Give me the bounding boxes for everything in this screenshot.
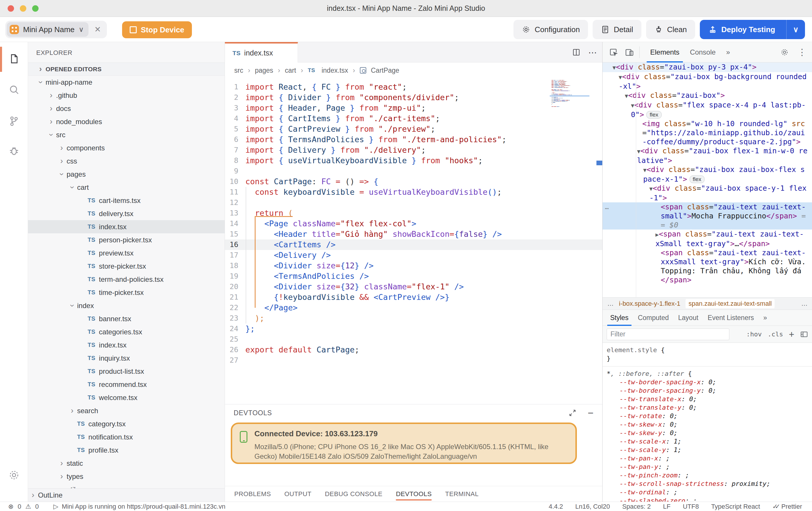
code-line-7[interactable]: 7import { Delivery } from "./delivery"; — [225, 145, 506, 155]
stop-device-button[interactable]: Stop Device — [122, 21, 192, 38]
tree-item-welcome.tsx[interactable]: ›TSwelcome.tsx — [28, 391, 225, 404]
breadcrumb-pages[interactable]: pages — [255, 67, 273, 74]
devtools-settings-icon[interactable] — [780, 48, 789, 57]
explorer-view-button[interactable] — [0, 47, 28, 72]
tree-item-index[interactable]: ›index — [28, 299, 225, 312]
tree-item-.github[interactable]: ›.github — [28, 89, 225, 102]
breadcrumb-cart[interactable]: cart — [285, 67, 296, 74]
dom-node-7[interactable]: ▼<div class="zaui-box space-y-1 flex-1"> — [603, 184, 812, 202]
tree-item-recommend.tsx[interactable]: ›TSrecommend.tsx — [28, 378, 225, 391]
tree-item-delivery.tsx[interactable]: ›TSdelivery.tsx — [28, 207, 225, 220]
dom-node-9[interactable]: ▶<span class="zaui-text zaui-text-xSmall… — [603, 230, 812, 248]
code-line-12[interactable]: 12 — [225, 198, 506, 208]
deploy-testing-button[interactable]: Deploy Testing ∨ — [700, 20, 805, 39]
debug-view-button[interactable] — [0, 139, 28, 163]
tree-item-store-picker.tsx[interactable]: ›TSstore-picker.tsx — [28, 260, 225, 273]
tree-item-category.tsx[interactable]: ›TScategory.tsx — [28, 417, 225, 430]
language-mode[interactable]: TypeScript React — [711, 503, 760, 510]
css-property---tw-scroll-snap-strictness[interactable]: --tw-scroll-snap-strictness: proximity; — [607, 479, 812, 488]
tree-item-pages[interactable]: ›pages — [28, 168, 225, 181]
device-toolbar-icon[interactable] — [625, 48, 634, 57]
tab-index-tsx[interactable]: TS index.tsx — [225, 42, 298, 62]
tree-item-src[interactable]: ›src — [28, 128, 225, 141]
panel-tab-debug-console[interactable]: DEBUG CONSOLE — [325, 486, 382, 502]
source-control-view-button[interactable] — [0, 109, 28, 134]
crumb-overflow[interactable]: … — [801, 300, 808, 307]
indentation[interactable]: Spaces: 2 — [622, 503, 651, 510]
code-editor[interactable]: 1import React, { FC } from "react";2impo… — [225, 78, 602, 404]
tree-item-types[interactable]: ›types — [28, 470, 225, 483]
code-line-20[interactable]: 20 <Divider size={32} className="flex-1"… — [225, 281, 506, 292]
panel-tab-terminal[interactable]: TERMINAL — [445, 486, 478, 502]
breadcrumb-file[interactable]: index.tsx — [322, 67, 348, 74]
tree-item-docs[interactable]: ›docs — [28, 102, 225, 115]
code-line-18[interactable]: 18 <Divider size={12} /> — [225, 261, 506, 271]
dom-node-1[interactable]: ▼<div class="zaui-box bg-background roun… — [603, 72, 812, 91]
code-line-21[interactable]: 21 {!keyboardVisible && <CartPreview />} — [225, 292, 506, 302]
styles-tab-layout[interactable]: Layout — [673, 309, 703, 326]
code-line-4[interactable]: 4import { CartItems } from "./cart-items… — [225, 113, 506, 124]
css-property---tw-pan-y[interactable]: --tw-pan-y: ; — [607, 462, 812, 471]
code-line-6[interactable]: 6import { TermsAndPolicies } from "./ter… — [225, 134, 506, 145]
tree-item-search[interactable]: ›search — [28, 404, 225, 417]
dom-node-2[interactable]: ▼<div class="zaui-box"> — [603, 91, 812, 100]
code-line-24[interactable]: 24}; — [225, 324, 506, 334]
css-rule-selector[interactable]: *, ::before, ::after { — [607, 369, 812, 378]
clean-button[interactable]: Clean — [646, 20, 695, 39]
warnings-icon[interactable]: ⚠ — [25, 503, 31, 510]
tree-item-css[interactable]: ›css — [28, 154, 225, 168]
app-selector[interactable]: Mini App Name ∨ — [7, 22, 88, 37]
tree-item-cart-items.tsx[interactable]: ›TScart-items.tsx — [28, 194, 225, 207]
inspect-element-icon[interactable] — [609, 48, 618, 57]
tree-item-product-list.tsx[interactable]: ›TSproduct-list.tsx — [28, 365, 225, 378]
crumb-overflow[interactable]: … — [607, 300, 614, 307]
tree-item-banner.tsx[interactable]: ›TSbanner.tsx — [28, 312, 225, 325]
close-app-button[interactable]: ✕ — [93, 25, 103, 34]
expand-panel-icon[interactable] — [569, 409, 577, 417]
running-message[interactable]: Mini App is running on https://proud-qua… — [62, 503, 226, 510]
code-line-27[interactable]: 27 — [225, 355, 506, 366]
code-line-16[interactable]: 16 <CartItems /> — [225, 239, 506, 250]
eol-indicator[interactable]: LF — [663, 503, 671, 510]
code-line-13[interactable]: 13 return ( — [225, 208, 506, 218]
tree-item-inquiry.tsx[interactable]: ›TSinquiry.tsx — [28, 352, 225, 365]
code-line-10[interactable]: 10const CartPage: FC = () => { — [225, 176, 506, 187]
tree-item-components[interactable]: ›components — [28, 141, 225, 154]
more-actions-icon[interactable]: ⋯ — [588, 47, 597, 58]
code-line-9[interactable]: 9 — [225, 166, 506, 176]
code-line-19[interactable]: 19 <TermsAndPolicies /> — [225, 271, 506, 281]
dom-node-0[interactable]: ▼<div class="zaui-box py-3 px-4"> — [603, 62, 812, 72]
tree-item-index.tsx[interactable]: ›TSindex.tsx — [28, 220, 225, 233]
css-property---tw-border-spacing-x[interactable]: --tw-border-spacing-x: 0; — [607, 378, 812, 386]
tree-item-notification.tsx[interactable]: ›TSnotification.tsx — [28, 430, 225, 444]
dom-node-3[interactable]: ▼<div class="flex space-x-4 p-4 last:pb-… — [603, 100, 812, 119]
split-editor-icon[interactable] — [572, 48, 581, 57]
css-property---tw-skew-x[interactable]: --tw-skew-x: 0; — [607, 420, 812, 429]
code-line-26[interactable]: 26export default CartPage; — [225, 344, 506, 355]
tree-item-index.tsx[interactable]: ›TSindex.tsx — [28, 338, 225, 352]
tree-item-time-picker.tsx[interactable]: ›TStime-picker.tsx — [28, 286, 225, 299]
toggle-hover-state[interactable]: :hov — [746, 331, 762, 338]
minimize-panel-icon[interactable]: − — [588, 407, 593, 419]
dom-node-5[interactable]: ▼<div class="zaui-box flex-1 min-w-0 rel… — [603, 146, 812, 165]
css-property---tw-translate-y[interactable]: --tw-translate-y: 0; — [607, 403, 812, 412]
detail-button[interactable]: Detail — [592, 20, 641, 39]
tree-item-preview.tsx[interactable]: ›TSpreview.tsx — [28, 246, 225, 260]
tab-elements[interactable]: Elements — [645, 42, 685, 62]
code-line-1[interactable]: 1import React, { FC } from "react"; — [225, 82, 506, 92]
minimap[interactable] — [551, 80, 588, 108]
crumb-i-box.space-y-1.flex-1[interactable]: i-box.space-y-1.flex-1 — [619, 300, 680, 307]
errors-icon[interactable]: ⊗ — [8, 503, 13, 510]
code-line-23[interactable]: 23 ); — [225, 313, 506, 324]
new-style-rule-button[interactable]: + — [789, 329, 794, 339]
code-line-8[interactable]: 8import { useVirtualKeyboardVisible } fr… — [225, 155, 506, 166]
encoding-indicator[interactable]: UTF8 — [683, 503, 699, 510]
code-line-15[interactable]: 15 <Header title="Giỏ hàng" showBackIcon… — [225, 229, 506, 239]
toggle-classes[interactable]: .cls — [767, 331, 783, 338]
breadcrumb-src[interactable]: src — [234, 67, 243, 74]
tab-console[interactable]: Console — [685, 42, 721, 62]
css-property---tw-rotate[interactable]: --tw-rotate: 0; — [607, 412, 812, 420]
deploy-options-dropdown[interactable]: ∨ — [786, 20, 805, 39]
styles-tab-styles[interactable]: Styles — [606, 309, 633, 326]
css-property---tw-skew-y[interactable]: --tw-skew-y: 0; — [607, 429, 812, 437]
